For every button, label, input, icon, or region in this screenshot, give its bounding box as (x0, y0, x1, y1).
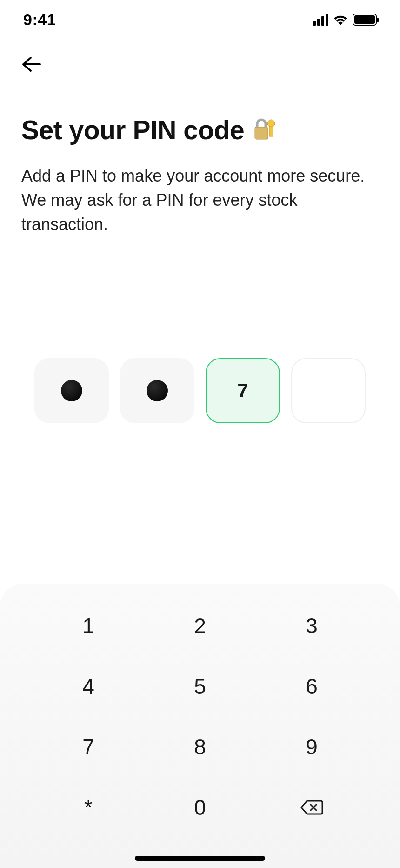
status-bar: 9:41 (0, 0, 400, 28)
status-icons (313, 14, 377, 26)
pin-dot-icon (147, 380, 168, 401)
svg-rect-0 (255, 127, 268, 139)
pin-box-4-empty (291, 358, 366, 423)
keypad-7[interactable]: 7 (33, 733, 144, 761)
keypad-star[interactable]: * (33, 793, 144, 821)
back-arrow-icon[interactable] (21, 56, 41, 73)
pin-input-row: 7 (0, 358, 400, 423)
pin-box-2 (120, 358, 194, 423)
padlock-key-icon (251, 117, 277, 143)
status-time: 9:41 (23, 11, 56, 29)
keypad-0[interactable]: 0 (144, 793, 256, 821)
keypad-backspace[interactable] (256, 793, 367, 821)
pin-box-1 (34, 358, 109, 423)
keypad-3[interactable]: 3 (256, 612, 367, 640)
pin-current-digit: 7 (237, 380, 248, 402)
numeric-keypad: 1 2 3 4 5 6 7 8 9 * 0 (0, 584, 400, 868)
svg-rect-2 (269, 126, 273, 136)
backspace-icon (300, 800, 323, 815)
keypad-8[interactable]: 8 (144, 733, 256, 761)
keypad-1[interactable]: 1 (33, 612, 144, 640)
page-subtitle: Add a PIN to make your account more secu… (21, 164, 375, 237)
wifi-icon (333, 14, 348, 25)
keypad-9[interactable]: 9 (256, 733, 367, 761)
keypad-4[interactable]: 4 (33, 672, 144, 700)
home-indicator[interactable] (135, 856, 265, 861)
battery-icon (353, 14, 377, 26)
keypad-2[interactable]: 2 (144, 612, 256, 640)
page-title: Set your PIN code (21, 115, 244, 145)
keypad-6[interactable]: 6 (256, 672, 367, 700)
keypad-5[interactable]: 5 (144, 672, 256, 700)
pin-dot-icon (61, 380, 82, 401)
pin-box-3-active: 7 (206, 358, 280, 423)
cellular-icon (313, 14, 328, 26)
